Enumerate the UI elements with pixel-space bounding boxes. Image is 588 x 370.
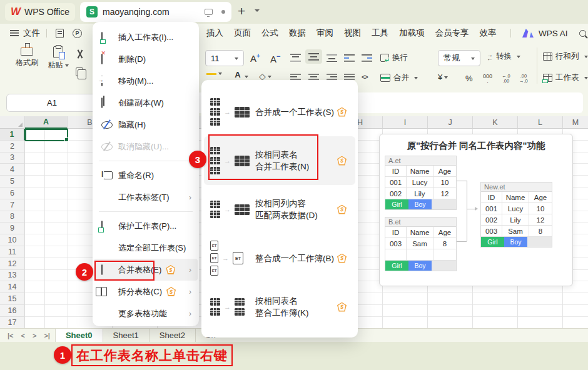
align-top-icon[interactable] [290,54,301,62]
hamburger-icon[interactable] [10,30,19,36]
active-cell-a1[interactable] [25,129,68,141]
format-painter-button[interactable]: 格式刷 [13,48,41,68]
thousands-icon[interactable]: 000, [483,74,492,84]
submenu-item-combine-workbooks-same-name[interactable]: → 按相同表名整合工作簿(K) $ [204,282,355,331]
menu-item-delete[interactable]: 删除(D) [94,48,198,70]
column-header[interactable]: I [383,116,428,129]
next-sheet-icon[interactable]: > [33,332,36,339]
column-header[interactable]: M [563,116,588,129]
menu-item-split-tables[interactable]: 拆分表格(C) $ › [94,281,198,302]
tab-membership[interactable]: 会员专享 [435,28,469,39]
submenu-item-merge-into-one-sheet[interactable]: → 合并成一个工作表(S) $ [204,88,355,136]
move-sheet-icon [101,76,103,86]
merge-help-panel: 原"按行合并 同名工作表内容"功能 A.et ID Name Age 001 L… [379,134,573,286]
wps-ai-area[interactable]: WPS AI [504,24,586,42]
percent-icon[interactable]: % [465,74,473,83]
submenu-arrow-icon: › [189,309,191,318]
row-header[interactable]: 17 [0,317,25,329]
row-header[interactable]: 8 [0,211,25,223]
tab-addins[interactable]: 加载项 [399,28,425,39]
row-header-1[interactable]: 1 [0,129,25,141]
menu-item-sheet-tab-color[interactable]: 工作表标签(T) › [94,186,198,208]
name-box[interactable]: A1 [6,94,98,112]
row-header[interactable]: 12 [0,258,25,270]
sheet-tab-sheet1[interactable]: Sheet1 [103,329,150,342]
divider [510,29,511,38]
menu-file[interactable]: 文件 [23,28,40,39]
align-middle-icon[interactable] [305,49,322,64]
row-header[interactable]: 5 [0,176,25,188]
increase-indent-icon[interactable] [362,54,372,62]
row-header[interactable]: 10 [0,234,25,246]
paste-button[interactable]: 粘贴 [44,46,73,71]
export-pdf-icon[interactable]: P [73,29,82,38]
tab-list-chevron-icon[interactable] [255,9,260,14]
menu-item-select-all-sheets[interactable]: 选定全部工作表(S) [94,237,198,259]
decrease-decimal-icon[interactable]: .00→.0 [519,74,528,84]
menu-item-protect-sheet[interactable]: 保护工作表(P)... [94,215,198,237]
sheet-tab-sheet0[interactable]: Sheet0 [55,329,103,342]
cut-icon[interactable] [75,50,85,60]
row-header[interactable]: 9 [0,222,25,234]
row-header[interactable]: 16 [0,305,25,317]
convert-button[interactable]: →← 转换 [487,51,520,62]
currency-button[interactable]: ¥ [438,72,448,82]
merge-cells-icon [380,74,390,82]
copy-icon[interactable] [76,68,83,76]
number-format-select[interactable]: 常规 [438,50,480,66]
title-bar: W WPS Office S maoyanqing.com + [0,0,588,24]
menu-item-more-table-features[interactable]: 更多表格功能 › [94,302,198,324]
font-size-select[interactable]: 11 [205,50,244,66]
save-icon[interactable] [56,29,64,38]
menu-item-hide[interactable]: 隐藏(H) [94,114,198,136]
row-header[interactable]: 11 [0,246,25,258]
fill-color-button[interactable] [206,71,222,76]
wrap-text-label: 换行 [392,52,408,63]
select-all-corner[interactable] [0,116,25,129]
row-header[interactable]: 15 [0,293,25,305]
tab-efficiency[interactable]: 效率 [480,28,497,39]
column-header[interactable]: J [428,116,473,129]
increase-decimal-icon[interactable]: ←.0.00 [502,74,510,84]
row-header[interactable]: 2 [0,141,25,152]
decrease-indent-icon[interactable] [344,54,355,62]
column-header[interactable]: L [518,116,563,129]
first-sheet-icon[interactable]: |< [8,332,14,339]
tab-insert[interactable]: 插入 [206,28,223,39]
sheet-tab-sheet2[interactable]: Sheet2 [150,329,196,342]
menu-item-insert-sheet[interactable]: 插入工作表(I)... [94,26,198,48]
tab-review[interactable]: 审阅 [317,28,333,39]
row-header[interactable]: 4 [0,164,25,176]
rows-cols-button[interactable]: 行和列 [543,51,588,62]
submenu-item-combine-into-one-workbook[interactable]: ETETET →ET 整合成一个工作簿(B) $ [204,234,355,282]
new-tab-button[interactable]: + [238,4,245,19]
tab-data[interactable]: 数据 [289,28,306,39]
last-sheet-icon[interactable]: >| [44,332,50,339]
menu-item-move[interactable]: 移动(M)... [94,70,198,92]
prev-sheet-icon[interactable]: < [21,332,25,339]
wps-home-tab[interactable]: W WPS Office [5,3,75,21]
column-header-a[interactable]: A [25,116,68,129]
row-header[interactable]: 14 [0,281,25,293]
align-bottom-icon[interactable] [327,54,337,62]
submenu-item-match-two-tables[interactable]: → 按相同列内容匹配两表数据(D) $ [204,185,355,234]
decrease-font-button[interactable]: A− [270,52,280,64]
shrink-text-icon[interactable]: <> [362,74,368,81]
tab-page[interactable]: 页面 [234,28,251,39]
row-header[interactable]: 3 [0,152,25,164]
column-header[interactable]: K [473,116,518,129]
tab-tools[interactable]: 工具 [372,28,388,39]
increase-font-button[interactable]: A+ [250,52,260,64]
row-header[interactable]: 13 [0,270,25,282]
worksheet-button[interactable]: 工作表 [543,72,588,83]
row-header[interactable]: 6 [0,188,25,199]
search-icon[interactable] [579,30,586,37]
tab-view[interactable]: 视图 [344,28,361,39]
tab-formula[interactable]: 公式 [261,28,278,39]
merge-cells-button[interactable]: 合并 [380,72,418,83]
document-tab[interactable]: S maoyanqing.com [80,2,231,22]
menu-item-duplicate[interactable]: 创建副本(W) [94,92,198,114]
menu-item-rename[interactable]: 重命名(R) [94,164,198,186]
row-header[interactable]: 7 [0,199,25,211]
wrap-text-button[interactable]: 换行 [380,52,408,63]
